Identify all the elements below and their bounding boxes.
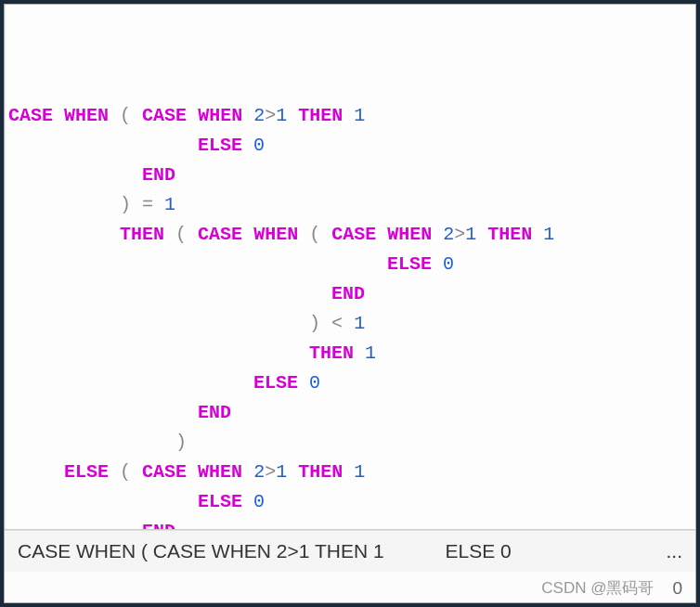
watermark-text: CSDN @黑码哥: [541, 577, 654, 599]
gutter-shadow: [5, 5, 6, 529]
code-editor[interactable]: CASE WHEN ( CASE WHEN 2>1 THEN 1 ELSE 0 …: [5, 5, 695, 530]
result-count: 0: [672, 578, 682, 599]
result-fragment-1: CASE WHEN ( CASE WHEN 2>1 THEN 1: [18, 540, 384, 562]
editor-container: CASE WHEN ( CASE WHEN 2>1 THEN 1 ELSE 0 …: [4, 4, 696, 603]
result-bar: CASE WHEN ( CASE WHEN 2>1 THEN 1 ELSE 0 …: [5, 530, 695, 572]
result-left-text: CASE WHEN ( CASE WHEN 2>1 THEN 1 ELSE 0: [18, 540, 512, 562]
code-content: CASE WHEN ( CASE WHEN 2>1 THEN 1 ELSE 0 …: [8, 101, 692, 530]
footer: CSDN @黑码哥 0: [5, 572, 695, 602]
result-fragment-2: ELSE 0: [445, 540, 511, 562]
ellipsis-icon: ...: [666, 540, 682, 562]
